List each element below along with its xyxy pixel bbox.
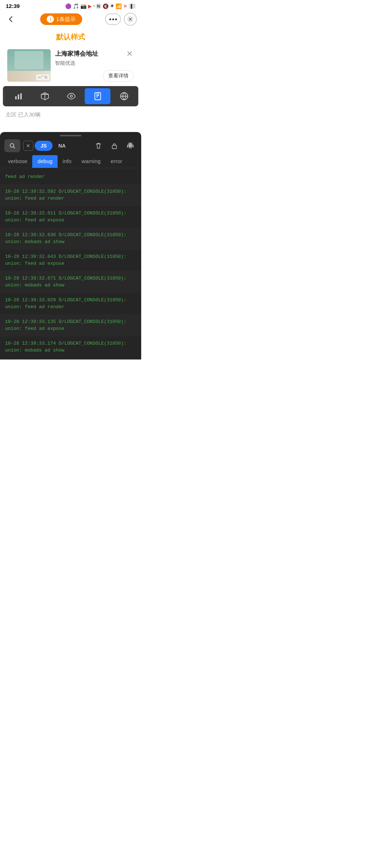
tab-info[interactable]: info: [58, 155, 76, 168]
log-list: feed ad render 10-28 12:39:32.592 D/LOGC…: [0, 168, 141, 359]
toolbar-note[interactable]: [85, 88, 110, 104]
toolbar-barchart[interactable]: [5, 88, 31, 104]
debug-tab-js[interactable]: JS: [35, 141, 52, 151]
ad-detail-button[interactable]: 查看详情: [103, 70, 134, 82]
ad-content: 上海家博会地址 智能优选 查看详情: [55, 50, 134, 82]
status-time: 12:39: [6, 3, 20, 9]
ad-card: ⊙广告 上海家博会地址 智能优选 查看详情: [4, 46, 137, 85]
status-icons: 🟣 🎵 📸 ▶ • N 🔇 ✶ 📶 ✕ ▌: [65, 3, 135, 9]
page-title: 默认样式: [0, 28, 141, 45]
debug-handle: [0, 132, 141, 138]
battery-icon: ▌: [129, 4, 135, 9]
log-entry: feed ad render: [0, 170, 141, 184]
svg-rect-5: [95, 93, 101, 100]
debug-panel: ✕ JS NA verbose debug info warning error: [0, 132, 141, 359]
warning-icon: !: [47, 16, 54, 23]
ad-label: ⊙广告: [36, 75, 49, 80]
debug-header: ✕ JS NA: [0, 138, 141, 155]
bg-text-line: 左区 已入30辆: [0, 108, 141, 122]
notification-badge[interactable]: ! 1条提示: [40, 13, 82, 25]
toolbar-eye[interactable]: [58, 88, 84, 104]
tab-verbose[interactable]: verbose: [3, 155, 32, 168]
svg-rect-8: [112, 145, 117, 149]
wifi-icon: 📶: [115, 3, 122, 9]
log-entry: 10-28 12:39:32.643 D/LOGCAT_CONSOLE(3105…: [0, 250, 141, 271]
svg-point-7: [10, 144, 14, 147]
log-entry: 10-28 12:39:33.029 D/LOGCAT_CONSOLE(3105…: [0, 293, 141, 315]
toolbar: [3, 86, 138, 106]
dot3: [115, 18, 117, 20]
tab-error[interactable]: error: [106, 155, 127, 168]
toolbar-divider-left: [4, 91, 5, 102]
app-icon-4: ▶: [88, 3, 92, 9]
sim-icon: ✕: [123, 3, 127, 9]
dot2: [112, 18, 114, 20]
dot1: [109, 18, 111, 20]
log-entry: 10-28 12:39:33.135 D/LOGCAT_CONSOLE(3105…: [0, 315, 141, 336]
handle-bar: [60, 135, 81, 136]
tab-debug[interactable]: debug: [32, 155, 58, 168]
debug-search-button[interactable]: [4, 139, 20, 152]
nav-right-buttons: [105, 13, 137, 26]
app-icon-3: 📸: [80, 3, 87, 9]
status-bar: 12:39 🟣 🎵 📸 ▶ • N 🔇 ✶ 📶 ✕ ▌: [0, 0, 141, 10]
log-level-tabs: verbose debug info warning error: [0, 155, 141, 168]
ad-image-top: [7, 49, 51, 71]
log-entry: 10-28 12:39:32.611 D/LOGCAT_CONSOLE(3105…: [0, 206, 141, 228]
mute-icon: 🔇: [102, 3, 109, 9]
more-button[interactable]: [105, 13, 121, 25]
tab-warning[interactable]: warning: [76, 155, 106, 168]
dot-indicator: •: [93, 4, 95, 8]
ad-title: 上海家博会地址: [55, 50, 134, 58]
debug-close-button[interactable]: ✕: [23, 141, 33, 151]
background-content: 左区 已入30辆: [0, 108, 141, 131]
badge-text: 1条提示: [56, 16, 75, 23]
top-nav: ! 1条提示: [0, 10, 141, 28]
svg-rect-3: [20, 93, 22, 99]
toolbar-globe[interactable]: [111, 88, 137, 104]
svg-rect-1: [15, 96, 17, 99]
close-nav-button[interactable]: [124, 13, 137, 26]
back-button[interactable]: [4, 13, 17, 26]
ad-image: ⊙广告: [7, 49, 51, 82]
debug-lock-button[interactable]: [108, 139, 121, 152]
toolbar-3dbox[interactable]: [32, 88, 58, 104]
app-icon-1: 🟣: [65, 3, 71, 9]
nfc-icon: N: [96, 4, 101, 9]
debug-android-button[interactable]: [124, 139, 137, 152]
debug-trash-button[interactable]: [92, 139, 105, 152]
svg-rect-2: [18, 94, 19, 99]
debug-tab-na[interactable]: NA: [54, 141, 70, 151]
app-icon-2: 🎵: [73, 3, 79, 9]
log-entry: 10-28 12:39:33.174 D/LOGCAT_CONSOLE(3105…: [0, 336, 141, 358]
bluetooth-icon: ✶: [110, 3, 114, 9]
log-entry: 10-28 12:39:32.592 D/LOGCAT_CONSOLE(3105…: [0, 184, 141, 206]
log-entry: 10-28 12:39:32.636 D/LOGCAT_CONSOLE(3105…: [0, 228, 141, 250]
ad-close-button[interactable]: [125, 49, 134, 58]
ad-subtitle: 智能优选: [55, 60, 134, 67]
svg-point-4: [70, 95, 72, 97]
log-entry: 10-28 12:39:32.671 D/LOGCAT_CONSOLE(3105…: [0, 271, 141, 293]
